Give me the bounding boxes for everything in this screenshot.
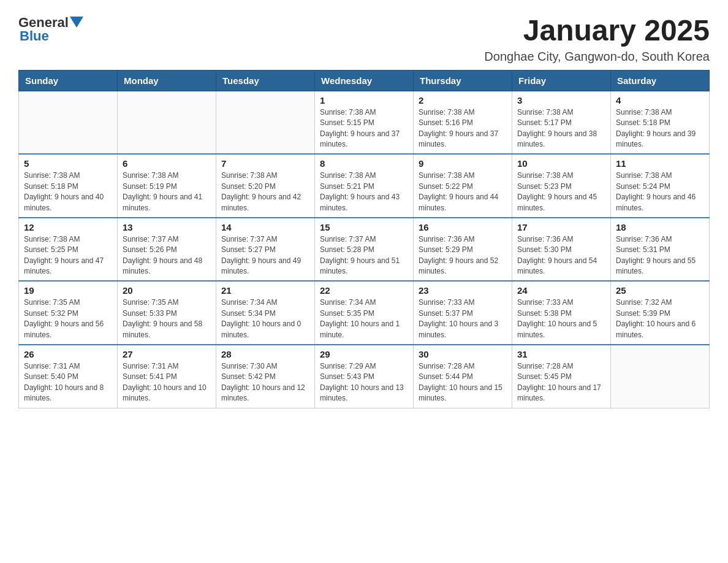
title-block: January 2025 Donghae City, Gangwon-do, S… [484, 15, 710, 64]
month-title: January 2025 [484, 15, 710, 47]
calendar-cell: 18Sunrise: 7:36 AMSunset: 5:31 PMDayligh… [611, 218, 710, 282]
day-info: Sunrise: 7:34 AMSunset: 5:34 PMDaylight:… [221, 297, 309, 340]
calendar-week-row: 26Sunrise: 7:31 AMSunset: 5:40 PMDayligh… [19, 345, 710, 408]
day-info: Sunrise: 7:38 AMSunset: 5:15 PMDaylight:… [320, 107, 408, 150]
calendar-cell: 25Sunrise: 7:32 AMSunset: 5:39 PMDayligh… [611, 281, 710, 345]
day-of-week-header: Tuesday [216, 70, 315, 91]
day-info: Sunrise: 7:33 AMSunset: 5:37 PMDaylight:… [419, 297, 507, 340]
day-info: Sunrise: 7:36 AMSunset: 5:31 PMDaylight:… [616, 234, 704, 277]
day-info: Sunrise: 7:38 AMSunset: 5:21 PMDaylight:… [320, 170, 408, 213]
day-info: Sunrise: 7:38 AMSunset: 5:25 PMDaylight:… [24, 234, 112, 277]
calendar-cell: 3Sunrise: 7:38 AMSunset: 5:17 PMDaylight… [512, 91, 611, 154]
calendar-week-row: 1Sunrise: 7:38 AMSunset: 5:15 PMDaylight… [19, 91, 710, 154]
calendar-cell [611, 345, 710, 408]
calendar-header-row: SundayMondayTuesdayWednesdayThursdayFrid… [19, 70, 710, 91]
calendar-cell: 14Sunrise: 7:37 AMSunset: 5:27 PMDayligh… [216, 218, 315, 282]
day-number: 1 [320, 95, 408, 105]
calendar-cell: 17Sunrise: 7:36 AMSunset: 5:30 PMDayligh… [512, 218, 611, 282]
calendar-cell [118, 91, 216, 154]
day-number: 18 [616, 222, 704, 232]
day-of-week-header: Saturday [611, 70, 710, 91]
day-number: 27 [123, 349, 211, 359]
day-info: Sunrise: 7:37 AMSunset: 5:28 PMDaylight:… [320, 234, 408, 277]
day-number: 21 [221, 285, 309, 296]
day-number: 28 [221, 349, 309, 359]
day-number: 14 [221, 222, 309, 232]
day-info: Sunrise: 7:37 AMSunset: 5:26 PMDaylight:… [123, 234, 211, 277]
day-info: Sunrise: 7:36 AMSunset: 5:29 PMDaylight:… [419, 234, 507, 277]
logo: General Blue [18, 15, 83, 44]
day-number: 20 [123, 285, 211, 296]
day-info: Sunrise: 7:38 AMSunset: 5:17 PMDaylight:… [517, 107, 605, 150]
calendar-table: SundayMondayTuesdayWednesdayThursdayFrid… [18, 70, 710, 408]
day-info: Sunrise: 7:32 AMSunset: 5:39 PMDaylight:… [616, 297, 704, 340]
calendar-cell: 23Sunrise: 7:33 AMSunset: 5:37 PMDayligh… [414, 281, 512, 345]
day-number: 29 [320, 349, 408, 359]
day-info: Sunrise: 7:30 AMSunset: 5:42 PMDaylight:… [221, 361, 309, 404]
day-number: 2 [419, 95, 507, 105]
calendar-cell: 30Sunrise: 7:28 AMSunset: 5:44 PMDayligh… [414, 345, 512, 408]
calendar-cell: 11Sunrise: 7:38 AMSunset: 5:24 PMDayligh… [611, 154, 710, 218]
day-of-week-header: Friday [512, 70, 611, 91]
day-info: Sunrise: 7:38 AMSunset: 5:19 PMDaylight:… [123, 170, 211, 213]
day-number: 9 [419, 158, 507, 169]
day-of-week-header: Wednesday [315, 70, 414, 91]
calendar-cell: 20Sunrise: 7:35 AMSunset: 5:33 PMDayligh… [118, 281, 216, 345]
day-info: Sunrise: 7:29 AMSunset: 5:43 PMDaylight:… [320, 361, 408, 404]
calendar-week-row: 5Sunrise: 7:38 AMSunset: 5:18 PMDaylight… [19, 154, 710, 218]
page-header: General Blue January 2025 Donghae City, … [18, 15, 710, 64]
calendar-cell: 13Sunrise: 7:37 AMSunset: 5:26 PMDayligh… [118, 218, 216, 282]
calendar-cell: 24Sunrise: 7:33 AMSunset: 5:38 PMDayligh… [512, 281, 611, 345]
calendar-cell: 19Sunrise: 7:35 AMSunset: 5:32 PMDayligh… [19, 281, 118, 345]
day-number: 23 [419, 285, 507, 296]
day-number: 12 [24, 222, 112, 232]
day-info: Sunrise: 7:38 AMSunset: 5:16 PMDaylight:… [419, 107, 507, 150]
day-info: Sunrise: 7:38 AMSunset: 5:23 PMDaylight:… [517, 170, 605, 213]
calendar-cell: 4Sunrise: 7:38 AMSunset: 5:18 PMDaylight… [611, 91, 710, 154]
day-number: 15 [320, 222, 408, 232]
day-info: Sunrise: 7:34 AMSunset: 5:35 PMDaylight:… [320, 297, 408, 340]
calendar-cell: 5Sunrise: 7:38 AMSunset: 5:18 PMDaylight… [19, 154, 118, 218]
calendar-cell: 6Sunrise: 7:38 AMSunset: 5:19 PMDaylight… [118, 154, 216, 218]
svg-marker-0 [70, 17, 83, 28]
day-info: Sunrise: 7:35 AMSunset: 5:32 PMDaylight:… [24, 297, 112, 340]
day-number: 4 [616, 95, 704, 105]
day-number: 17 [517, 222, 605, 232]
calendar-cell: 31Sunrise: 7:28 AMSunset: 5:45 PMDayligh… [512, 345, 611, 408]
logo-blue: Blue [20, 28, 49, 44]
location-title: Donghae City, Gangwon-do, South Korea [484, 50, 710, 64]
day-info: Sunrise: 7:35 AMSunset: 5:33 PMDaylight:… [123, 297, 211, 340]
day-info: Sunrise: 7:38 AMSunset: 5:22 PMDaylight:… [419, 170, 507, 213]
day-info: Sunrise: 7:38 AMSunset: 5:20 PMDaylight:… [221, 170, 309, 213]
day-info: Sunrise: 7:33 AMSunset: 5:38 PMDaylight:… [517, 297, 605, 340]
day-number: 3 [517, 95, 605, 105]
calendar-cell: 7Sunrise: 7:38 AMSunset: 5:20 PMDaylight… [216, 154, 315, 218]
calendar-week-row: 19Sunrise: 7:35 AMSunset: 5:32 PMDayligh… [19, 281, 710, 345]
day-of-week-header: Monday [118, 70, 216, 91]
day-number: 10 [517, 158, 605, 169]
day-info: Sunrise: 7:38 AMSunset: 5:18 PMDaylight:… [24, 170, 112, 213]
day-number: 19 [24, 285, 112, 296]
calendar-cell: 26Sunrise: 7:31 AMSunset: 5:40 PMDayligh… [19, 345, 118, 408]
calendar-cell [19, 91, 118, 154]
calendar-cell: 22Sunrise: 7:34 AMSunset: 5:35 PMDayligh… [315, 281, 414, 345]
day-number: 7 [221, 158, 309, 169]
calendar-cell: 10Sunrise: 7:38 AMSunset: 5:23 PMDayligh… [512, 154, 611, 218]
calendar-cell: 12Sunrise: 7:38 AMSunset: 5:25 PMDayligh… [19, 218, 118, 282]
calendar-week-row: 12Sunrise: 7:38 AMSunset: 5:25 PMDayligh… [19, 218, 710, 282]
calendar-cell: 8Sunrise: 7:38 AMSunset: 5:21 PMDaylight… [315, 154, 414, 218]
day-info: Sunrise: 7:38 AMSunset: 5:18 PMDaylight:… [616, 107, 704, 150]
day-info: Sunrise: 7:28 AMSunset: 5:45 PMDaylight:… [517, 361, 605, 404]
day-number: 26 [24, 349, 112, 359]
day-info: Sunrise: 7:31 AMSunset: 5:41 PMDaylight:… [123, 361, 211, 404]
logo-triangle-icon [70, 17, 83, 28]
calendar-cell: 16Sunrise: 7:36 AMSunset: 5:29 PMDayligh… [414, 218, 512, 282]
calendar-cell: 15Sunrise: 7:37 AMSunset: 5:28 PMDayligh… [315, 218, 414, 282]
calendar-cell [216, 91, 315, 154]
day-number: 16 [419, 222, 507, 232]
day-number: 8 [320, 158, 408, 169]
day-number: 31 [517, 349, 605, 359]
calendar-cell: 29Sunrise: 7:29 AMSunset: 5:43 PMDayligh… [315, 345, 414, 408]
calendar-cell: 9Sunrise: 7:38 AMSunset: 5:22 PMDaylight… [414, 154, 512, 218]
calendar-cell: 27Sunrise: 7:31 AMSunset: 5:41 PMDayligh… [118, 345, 216, 408]
